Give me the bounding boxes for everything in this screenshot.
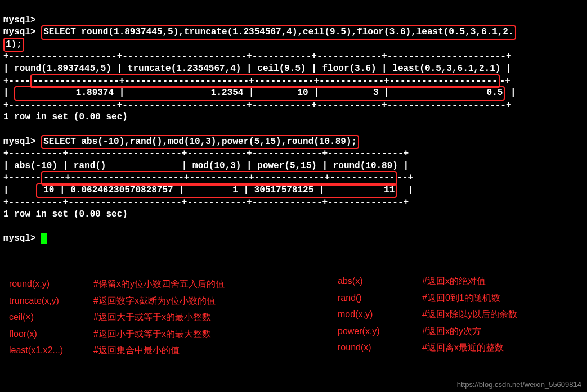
legend-left: round(x,y)#保留x的y位小数四舍五入后的值 truncate(x,y)… [9,276,324,359]
prompt: mysql> [3,15,36,25]
legend-row: truncate(x,y)#返回数字x截断为y位小数的值 [9,292,324,309]
terminal-output[interactable]: mysql> mysql> SELECT round(1.8937445,5),… [0,0,587,245]
legend-desc: #返回小于或等于x的最大整数 [93,326,211,343]
legend-fn: round(x,y) [9,276,93,292]
legend-row: rand()#返回0到1的随机数 [338,290,574,307]
legend-desc: #返回大于或等于x的最小整数 [93,309,211,326]
legend-row: round(x)#返回离x最近的整数 [338,339,574,356]
legend-fn: least(x1,x2...) [9,342,93,359]
row-right: | [505,88,516,98]
legend-row: ceil(×)#返回大于或等于x的最小整数 [9,309,324,326]
query1-sql-highlight: SELECT round(1.8937445,5),truncate(1.235… [41,25,516,40]
result-separator-right: --+ [397,173,413,183]
legend-row: floor(x)#返回小于或等于x的最大整数 [9,326,324,343]
status-text: 1 row in set (0.00 sec) [3,112,128,122]
legend-row: abs(x)#返回x的绝对值 [338,273,574,290]
legend-desc: #返回数字x截断为y位小数的值 [93,292,216,309]
legend-fn: abs(x) [338,273,422,290]
query1-row-highlight: 1.89374 | 1.2354 | 10 | 3 | 0.5 [14,86,505,101]
result-header: | abs(-10) | rand() | mod(10,3) | power(… [3,161,409,171]
result-separator: +----------+---------------------+------… [3,197,409,208]
row-left: | [3,185,36,195]
legend-fn: round(x) [338,339,422,356]
row-left: | [3,88,14,98]
legend-fn: power(x,y) [338,323,422,340]
query2-sql-highlight: SELECT abs(-10),rand(),mod(10,3),power(5… [41,135,359,150]
result-separator-right: -+ [500,76,510,86]
legend-desc: #保留x的y位小数四舍五入后的值 [93,276,225,292]
result-separator-left: +---- [3,76,30,86]
legend-row: mod(x,y)#返回x除以y以后的余数 [338,306,574,323]
result-header: | round(1.8937445,5) | truncate(1.235456… [3,64,512,74]
legend-row: round(x,y)#保留x的y位小数四舍五入后的值 [9,276,324,292]
result-separator-left: +------ [3,173,41,183]
row-right: | [397,185,413,195]
legend-fn: rand() [338,290,422,307]
legend-row: power(x,y)#返回x的y次方 [338,323,574,340]
prompt: mysql> [3,27,36,37]
legend-fn: truncate(x,y) [9,292,93,309]
legend-row: least(x1,x2...)#返回集合中最小的值 [9,342,324,359]
legend-fn: ceil(×) [9,309,93,326]
legend-desc: #返回离x最近的整数 [422,339,504,356]
result-separator: +----------+---------------------+------… [3,148,409,159]
prompt: mysql> [3,233,36,244]
legend-fn: floor(x) [9,326,93,343]
legend-desc: #返回0到1的随机数 [422,290,500,307]
query1-sql-tail-highlight: 1); [3,38,24,52]
legend-right: abs(x)#返回x的绝对值 rand()#返回0到1的随机数 mod(x,y)… [338,273,574,356]
watermark: https://blog.csdn.net/weixin_55609814 [457,380,581,389]
legend-fn: mod(x,y) [338,306,422,323]
status-text: 1 row in set (0.00 sec) [3,209,128,219]
legend-desc: #返回x的绝对值 [422,273,486,290]
result-separator: +--------------------+------------------… [3,100,512,110]
legend-desc: #返回集合中最小的值 [93,342,180,359]
legend-desc: #返回x除以y以后的余数 [422,306,517,323]
query2-row-highlight: 10 | 0.06246230570828757 | 1 | 305175781… [36,183,397,198]
legend-desc: #返回x的y次方 [422,323,481,340]
result-separator: +--------------------+------------------… [3,51,512,61]
prompt: mysql> [3,137,36,147]
cursor[interactable] [41,233,47,244]
